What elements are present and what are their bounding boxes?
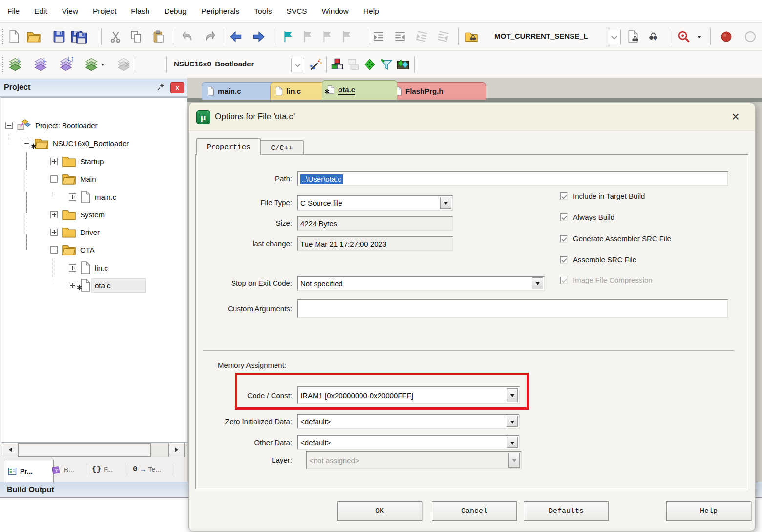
search-combo-value[interactable]: MOT_CURRENT_SENSE_L [494, 32, 588, 40]
manage-books-icon[interactable] [396, 57, 410, 72]
find-magnifier-icon[interactable] [677, 29, 691, 44]
menu-window[interactable]: Window [315, 7, 356, 16]
bookmark-prev-icon[interactable] [301, 29, 316, 44]
menu-help[interactable]: Help [356, 7, 386, 16]
translate-icon[interactable]: ↓ [8, 57, 22, 72]
tree-item-ota[interactable]: OTA [50, 241, 95, 258]
uncomment-icon[interactable] [436, 29, 450, 44]
tab-books-view[interactable]: B... [51, 465, 74, 475]
find-in-files-icon[interactable] [464, 29, 479, 44]
stop-on-exit-dropdown[interactable]: Not specified [297, 276, 545, 291]
tree-item-startup[interactable]: Startup [50, 153, 104, 170]
menu-peripherals[interactable]: Peripherals [194, 7, 247, 16]
bookmark-toggle-icon[interactable] [281, 29, 296, 44]
menu-project[interactable]: Project [85, 7, 124, 16]
collapse-icon[interactable] [50, 246, 58, 254]
zero-initialized-data-dropdown[interactable]: <default> [297, 414, 520, 429]
batch-build-icon[interactable] [84, 57, 99, 72]
navigate-back-icon[interactable] [229, 29, 243, 44]
comment-icon[interactable] [414, 29, 429, 44]
redo-icon[interactable] [203, 29, 218, 44]
collapse-icon[interactable] [50, 175, 58, 183]
toolbar-grip[interactable] [2, 57, 3, 72]
expand-icon[interactable] [69, 193, 76, 201]
batch-build-caret[interactable] [101, 64, 105, 68]
paste-icon[interactable] [151, 29, 166, 44]
scrollbar-thumb[interactable] [18, 443, 151, 457]
options-for-target-icon[interactable] [309, 57, 323, 72]
collapse-icon[interactable] [23, 140, 30, 147]
unindent-icon[interactable] [393, 29, 407, 44]
checkbox-always-build[interactable]: Always Build [560, 213, 614, 221]
dropdown-button[interactable] [440, 197, 451, 209]
bookmark-clear-icon[interactable] [340, 29, 355, 44]
scroll-left-button[interactable] [2, 443, 19, 457]
find-in-document-icon[interactable] [626, 29, 640, 44]
checkbox-include-in-target-build[interactable]: Include in Target Build [560, 192, 645, 200]
cancel-button[interactable]: Cancel [432, 501, 517, 521]
copy-icon[interactable] [129, 29, 144, 44]
menu-edit[interactable]: Edit [27, 7, 55, 16]
tree-item-main[interactable]: Main [50, 170, 96, 187]
target-combo-dropdown[interactable] [291, 58, 304, 72]
show-functions-icon[interactable] [362, 57, 377, 72]
cut-icon[interactable] [108, 29, 123, 44]
build-icon[interactable]: ↓ [33, 57, 48, 72]
menu-tools[interactable]: Tools [247, 7, 279, 16]
tree-item-lin-c[interactable]: lin.c [69, 259, 108, 276]
incremental-find-icon[interactable]: ↓ [646, 29, 660, 44]
tab-flashprg-h[interactable]: FlashPrg.h [389, 82, 486, 100]
expand-icon[interactable] [50, 211, 58, 218]
bookmark-next-icon[interactable] [320, 29, 335, 44]
tree-item-nsuc16x0-bootloader[interactable]: NSUC16x0_Bootloader [23, 135, 129, 151]
menu-svcs[interactable]: SVCS [279, 7, 314, 16]
tab-templates-view[interactable]: 0 → Te... [133, 465, 161, 474]
close-panel-button[interactable]: x [170, 82, 184, 93]
file-type-dropdown[interactable]: C Source file [297, 195, 453, 211]
dropdown-button[interactable] [507, 437, 518, 448]
stop-build-icon[interactable]: ✕ [116, 57, 131, 72]
scroll-right-button[interactable] [168, 443, 185, 457]
save-all-icon[interactable] [73, 29, 88, 44]
new-file-icon[interactable] [7, 29, 21, 44]
tab-functions-view[interactable]: {} F... [92, 465, 113, 474]
ok-button[interactable]: OK [337, 501, 422, 521]
menu-view[interactable]: View [55, 7, 85, 16]
tree-item-system[interactable]: System [50, 206, 105, 223]
pin-icon[interactable] [157, 83, 166, 91]
expand-icon[interactable] [50, 158, 58, 165]
defaults-button[interactable]: Defaults [524, 501, 609, 521]
dialog-close-button[interactable]: × [727, 108, 744, 126]
tab-c-cpp[interactable]: C/C++ [260, 140, 304, 155]
other-data-dropdown[interactable]: <default> [297, 435, 520, 450]
indent-icon[interactable] [371, 29, 386, 44]
expand-icon[interactable] [69, 264, 76, 272]
insert-breakpoint-icon[interactable] [719, 29, 734, 44]
help-button[interactable]: Help [666, 501, 751, 521]
collapse-icon[interactable] [5, 122, 13, 129]
checkbox-generate-assembler-src[interactable]: Generate Assembler SRC File [560, 234, 671, 243]
file-extensions-icon[interactable] [379, 57, 394, 72]
open-file-icon[interactable] [26, 29, 41, 44]
menu-flash[interactable]: Flash [124, 7, 157, 16]
tree-item-ota-c-selected[interactable]: ota.c [69, 277, 145, 294]
navigate-forward-icon[interactable] [251, 29, 266, 44]
tab-properties[interactable]: Properties [196, 138, 261, 155]
menu-file[interactable]: File [0, 7, 27, 16]
tab-ota-c-active[interactable]: ota.c [322, 80, 397, 100]
toolbar-grip[interactable] [2, 29, 3, 44]
custom-arguments-field[interactable] [297, 299, 728, 318]
undo-icon[interactable] [180, 29, 194, 44]
expand-icon[interactable] [69, 282, 76, 289]
target-combo-value[interactable]: NSUC16x0_Bootloader [174, 60, 254, 68]
dialog-title-bar[interactable]: µ Options for File 'ota.c' × [189, 103, 755, 131]
manage-project-items-icon[interactable] [346, 57, 360, 72]
save-icon[interactable] [52, 29, 66, 44]
tree-item-project-bootloader[interactable]: Project: Bootloader [5, 117, 98, 133]
horizontal-scrollbar[interactable] [2, 443, 185, 457]
path-field[interactable]: ..\User\ota.c [297, 171, 728, 186]
find-dropdown-caret[interactable] [698, 36, 701, 40]
tree-item-driver[interactable]: Driver [50, 224, 100, 240]
rebuild-icon[interactable]: ↓↑ [59, 57, 73, 72]
checkbox-assemble-src-file[interactable]: Assemble SRC File [560, 255, 636, 264]
